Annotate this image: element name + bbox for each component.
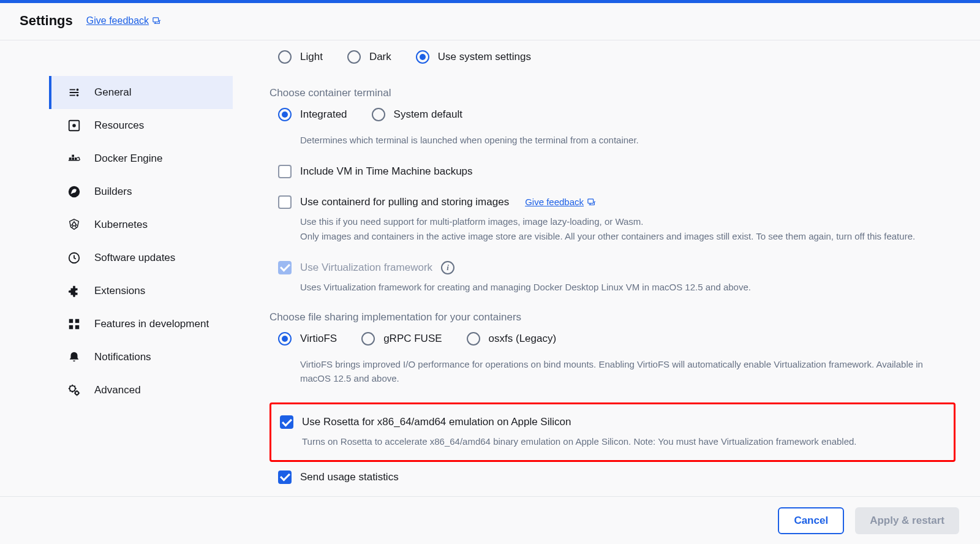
containerd-checkbox[interactable]: [278, 195, 292, 209]
rosetta-label: Use Rosetta for x86_64/amd64 emulation o…: [302, 416, 571, 428]
ext-icon: [67, 284, 81, 298]
svg-rect-12: [69, 319, 73, 323]
theme-radio-label: Use system settings: [438, 51, 531, 63]
resources-icon: [67, 119, 81, 132]
terminal-option[interactable]: System default: [372, 108, 462, 121]
sidebar-item-general[interactable]: General: [49, 76, 233, 109]
theme-radio[interactable]: [347, 50, 361, 64]
filesharing-radio-label: gRPC FUSE: [383, 333, 442, 345]
page-title: Settings: [20, 13, 73, 29]
settings-content-general: LightDarkUse system settings Choose cont…: [233, 40, 980, 484]
filesharing-option[interactable]: osxfs (Legacy): [467, 332, 557, 346]
rosetta-description: Turns on Rosetta to accelerate x86_64/am…: [302, 435, 948, 449]
svg-point-1: [77, 89, 79, 91]
filesharing-radio-group: VirtioFSgRPC FUSEosxfs (Legacy): [278, 332, 956, 352]
sidebar-item-notif[interactable]: Notifications: [49, 341, 233, 374]
theme-radio[interactable]: [416, 50, 429, 64]
svg-rect-18: [588, 198, 594, 203]
filesharing-radio[interactable]: [467, 332, 480, 346]
terminal-radio[interactable]: [372, 108, 385, 121]
rosetta-checkbox[interactable]: [280, 415, 293, 429]
filesharing-description: VirtioFS brings improved I/O performance…: [300, 358, 949, 385]
cancel-button[interactable]: Cancel: [778, 507, 844, 534]
sidebar-item-label: Builders: [94, 186, 132, 198]
svg-rect-8: [72, 155, 74, 157]
terminal-radio[interactable]: [278, 108, 292, 121]
theme-option[interactable]: Use system settings: [416, 50, 531, 64]
info-icon[interactable]: i: [441, 261, 454, 274]
sidebar-item-ext[interactable]: Extensions: [49, 274, 233, 308]
time-machine-label: Include VM in Time Machine backups: [300, 165, 473, 178]
usage-stats-label: Send usage statistics: [300, 471, 399, 483]
engine-icon: [67, 152, 81, 165]
sidebar-item-label: Features in development: [94, 318, 209, 330]
svg-point-4: [72, 124, 76, 127]
advanced-icon: [67, 383, 81, 397]
feedback-icon: [587, 198, 596, 206]
svg-rect-13: [75, 319, 79, 323]
general-icon: [67, 86, 81, 99]
filesharing-radio[interactable]: [278, 332, 292, 346]
svg-rect-14: [69, 325, 73, 329]
usage-stats-checkbox[interactable]: [278, 470, 292, 484]
feedback-icon: [153, 17, 161, 25]
filesharing-radio-label: osxfs (Legacy): [489, 333, 557, 345]
apply-restart-button: Apply & restart: [855, 507, 959, 534]
sidebar-item-advanced[interactable]: Advanced: [49, 374, 233, 407]
filesharing-radio-label: VirtioFS: [300, 333, 337, 345]
theme-radio-label: Light: [300, 51, 323, 63]
terminal-radio-label: Integrated: [300, 108, 347, 121]
k8s-icon: [67, 218, 81, 232]
filesharing-option[interactable]: VirtioFS: [278, 332, 337, 346]
sidebar-item-label: Software updates: [94, 252, 175, 264]
sidebar-item-label: Notifications: [94, 351, 151, 363]
containerd-description-1: Use this if you need support for multi-p…: [300, 215, 949, 229]
terminal-radio-label: System default: [394, 108, 462, 121]
time-machine-checkbox[interactable]: [278, 165, 292, 178]
sidebar-item-features[interactable]: Features in development: [49, 308, 233, 341]
sidebar-item-label: Advanced: [94, 384, 141, 396]
give-feedback-label: Give feedback: [86, 15, 149, 26]
theme-radio-label: Dark: [369, 51, 391, 63]
virtualization-description: Uses Virtualization framework for creati…: [300, 281, 949, 295]
theme-radio[interactable]: [278, 50, 292, 64]
sidebar-item-k8s[interactable]: Kubernetes: [49, 208, 233, 241]
svg-point-2: [77, 94, 79, 97]
svg-rect-15: [75, 325, 79, 329]
give-feedback-link[interactable]: Give feedback: [86, 15, 161, 26]
rosetta-highlight: Use Rosetta for x86_64/amd64 emulation o…: [270, 402, 956, 462]
sidebar-item-updates[interactable]: Software updates: [49, 241, 233, 274]
containerd-feedback-link[interactable]: Give feedback: [525, 197, 596, 207]
theme-option[interactable]: Light: [278, 50, 323, 64]
filesharing-option[interactable]: gRPC FUSE: [361, 332, 442, 346]
builders-icon: [67, 185, 81, 198]
svg-rect-0: [153, 18, 159, 22]
terminal-description: Determines which terminal is launched wh…: [300, 134, 949, 148]
virtualization-checkbox: [278, 261, 292, 274]
settings-footer: Cancel Apply & restart: [0, 496, 980, 544]
svg-point-17: [75, 391, 78, 395]
theme-option[interactable]: Dark: [347, 50, 391, 64]
containerd-description-2: Only images and containers in the active…: [300, 230, 949, 244]
sidebar-item-engine[interactable]: Docker Engine: [49, 142, 233, 175]
terminal-radio-group: IntegratedSystem default: [278, 108, 956, 127]
features-icon: [67, 317, 81, 331]
updates-icon: [67, 251, 81, 265]
filesharing-radio[interactable]: [361, 332, 375, 346]
settings-header: Settings Give feedback: [0, 3, 980, 40]
sidebar-item-builders[interactable]: Builders: [49, 175, 233, 208]
sidebar-item-label: Extensions: [94, 285, 145, 297]
sidebar-item-resources[interactable]: Resources: [49, 109, 233, 142]
terminal-option[interactable]: Integrated: [278, 108, 347, 121]
sidebar-item-label: Resources: [94, 119, 144, 132]
terminal-heading: Choose container terminal: [270, 87, 956, 99]
svg-point-10: [72, 222, 76, 226]
svg-rect-7: [75, 157, 77, 160]
svg-point-16: [70, 386, 75, 391]
sidebar-item-label: Kubernetes: [94, 219, 148, 231]
filesharing-heading: Choose file sharing implementation for y…: [270, 311, 956, 323]
theme-radio-group: LightDarkUse system settings: [278, 50, 956, 70]
virtualization-label: Use Virtualization framework i: [300, 261, 454, 274]
svg-rect-6: [72, 157, 74, 160]
containerd-label: Use containerd for pulling and storing i…: [300, 196, 596, 208]
